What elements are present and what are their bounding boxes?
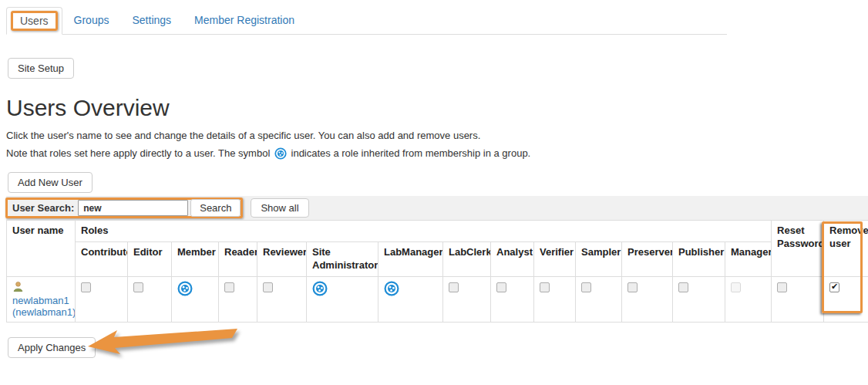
tab-users[interactable]: Users — [6, 7, 62, 35]
inherited-role-icon — [384, 287, 399, 299]
tab-bar: UsersGroupsSettingsMember Registration — [6, 6, 727, 35]
checkbox[interactable] — [540, 282, 550, 292]
role-column-header-reader: Reader — [219, 241, 257, 276]
reset-password-cell — [772, 276, 824, 322]
inherited-role-icon — [177, 287, 193, 299]
apply-changes-button[interactable]: Apply Changes — [8, 337, 96, 358]
role-column-header-manager: Manager — [725, 241, 772, 276]
role-cell-editor — [128, 276, 172, 322]
role-cell-site-administrator — [307, 276, 378, 322]
user-search-label: User Search: — [12, 202, 74, 214]
note-text-after: indicates a role inherited from membersh… — [291, 147, 531, 159]
role-column-header-site-administrator: Site Administrator — [307, 241, 378, 276]
role-cell-reader — [219, 276, 257, 322]
role-cell-manager — [725, 276, 772, 322]
role-cell-analyst — [491, 276, 534, 322]
bottom-actions: Apply Changes — [8, 337, 868, 368]
roles-header: Roles — [76, 221, 772, 242]
checkbox[interactable] — [627, 282, 638, 292]
search-annotation-box: User Search: Search — [5, 198, 243, 218]
role-cell-reviewer — [257, 276, 307, 322]
checkbox[interactable] — [777, 282, 787, 292]
role-column-header-verifier: Verifier — [534, 241, 576, 276]
checkbox[interactable] — [678, 282, 688, 292]
checkbox[interactable] — [263, 282, 273, 292]
inherited-role-icon — [274, 147, 287, 162]
role-cell-sampler — [576, 276, 622, 322]
role-cell-verifier — [534, 276, 576, 322]
arrow-annotation — [86, 328, 239, 356]
role-cell-publisher — [673, 276, 725, 322]
role-cell-member — [172, 276, 219, 322]
role-column-header-preserver: Preserver — [622, 241, 673, 276]
checkbox[interactable] — [81, 282, 91, 292]
checkbox[interactable] — [581, 282, 591, 292]
user-search-bar: User Search: Search Show all — [6, 196, 868, 220]
role-cell-labmanager — [378, 276, 443, 322]
user-icon — [12, 283, 24, 295]
remove-user-header: Remove user — [824, 221, 868, 277]
user-name-cell: newlabman1(newlabman1) — [7, 276, 76, 322]
user-name-link[interactable]: newlabman1 — [12, 295, 69, 306]
role-column-header-editor: Editor — [128, 241, 172, 276]
tab-annotation-box: Users — [11, 11, 58, 31]
user-search-input[interactable] — [78, 200, 188, 216]
add-new-user-button[interactable]: Add New User — [8, 172, 93, 193]
users-table: User name Roles Reset Password Remove us… — [6, 220, 868, 323]
remove-user-cell — [824, 276, 868, 322]
inherited-role-note: Note that roles set here apply directly … — [6, 147, 868, 162]
reset-password-header: Reset Password — [772, 221, 824, 277]
checkbox[interactable] — [496, 282, 506, 292]
role-column-header-reviewer: Reviewer — [257, 241, 307, 276]
checkbox[interactable] — [731, 282, 741, 292]
page-description: Click the user's name to see and change … — [6, 130, 868, 141]
role-column-header-member: Member — [172, 241, 219, 276]
tab-member-registration[interactable]: Member Registration — [183, 6, 306, 34]
role-column-header-labclerk: LabClerk — [443, 241, 491, 276]
role-cell-contributor — [76, 276, 128, 322]
user-alias-link[interactable]: (newlabman1) — [12, 306, 76, 318]
user-name-header: User name — [7, 221, 76, 277]
role-cell-preserver — [622, 276, 673, 322]
inherited-role-icon — [312, 287, 328, 299]
checkbox[interactable] — [449, 282, 459, 292]
page-title: Users Overview — [6, 95, 868, 120]
role-column-header-analyst: Analyst — [491, 241, 534, 276]
show-all-button[interactable]: Show all — [251, 198, 308, 218]
note-text-before: Note that roles set here apply directly … — [6, 147, 270, 159]
users-table-wrap: User name Roles Reset Password Remove us… — [6, 220, 868, 323]
tab-groups[interactable]: Groups — [62, 6, 121, 34]
checkbox[interactable] — [224, 282, 234, 292]
role-column-header-sampler: Sampler — [576, 241, 622, 276]
checkbox[interactable] — [133, 282, 143, 292]
role-column-header-publisher: Publisher — [673, 241, 725, 276]
role-column-header-contributor: Contributor — [76, 241, 128, 276]
checkbox-checked[interactable] — [829, 282, 839, 292]
role-cell-labclerk — [443, 276, 491, 322]
search-button[interactable]: Search — [190, 199, 241, 217]
role-column-header-labmanager: LabManager — [378, 241, 443, 276]
tab-settings[interactable]: Settings — [120, 6, 183, 34]
site-setup-button[interactable]: Site Setup — [8, 58, 74, 79]
